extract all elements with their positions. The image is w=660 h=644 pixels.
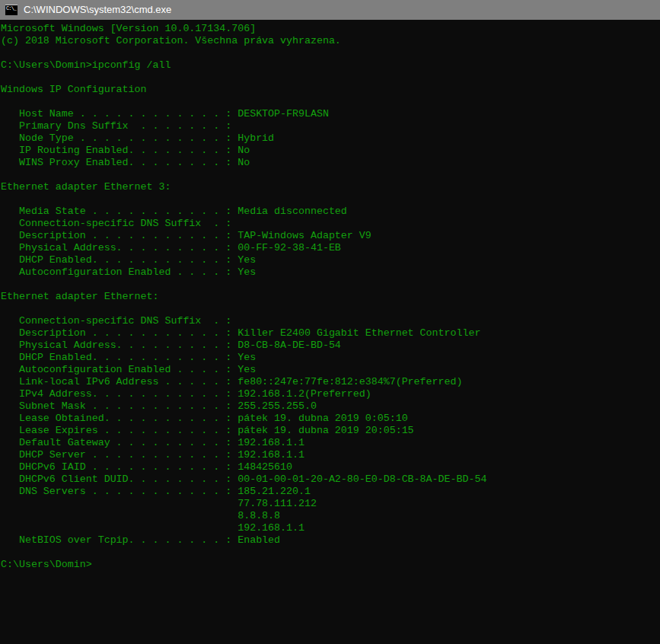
terminal-line: Media State . . . . . . . . . . . : Medi… (1, 206, 660, 218)
terminal-screen[interactable]: Microsoft Windows [Version 10.0.17134.70… (0, 20, 660, 644)
terminal-line: 8.8.8.8 (1, 510, 660, 522)
terminal-line (1, 303, 660, 315)
terminal-line: NetBIOS over Tcpip. . . . . . . . : Enab… (1, 534, 660, 547)
terminal-line: Description . . . . . . . . . . . : TAP-… (1, 230, 660, 242)
terminal-line: (c) 2018 Microsoft Corporation. Všechna … (1, 35, 660, 47)
cmd-icon[interactable]: C:\_ (5, 5, 18, 15)
terminal-line: Connection-specific DNS Suffix . : (1, 218, 660, 230)
terminal-line: Autoconfiguration Enabled . . . . : Yes (1, 364, 660, 376)
window-title: C:\WINDOWS\system32\cmd.exe (24, 0, 171, 20)
terminal-line (1, 547, 660, 559)
terminal-line: Lease Expires . . . . . . . . . . : páte… (1, 425, 660, 437)
terminal-line: DHCP Enabled. . . . . . . . . . . : Yes (1, 352, 660, 364)
terminal-line: Ethernet adapter Ethernet: (1, 291, 660, 303)
terminal-line: Primary Dns Suffix . . . . . . . : (1, 120, 660, 132)
terminal-line (1, 193, 660, 206)
titlebar[interactable]: C:\_ C:\WINDOWS\system32\cmd.exe (0, 0, 660, 20)
terminal-line: DNS Servers . . . . . . . . . . . : 185.… (1, 486, 660, 498)
terminal-line: Windows IP Configuration (1, 84, 660, 96)
terminal-line: Physical Address. . . . . . . . . : 00-F… (1, 242, 660, 254)
terminal-line: Subnet Mask . . . . . . . . . . . : 255.… (1, 400, 660, 413)
terminal-line: WINS Proxy Enabled. . . . . . . . : No (1, 157, 660, 169)
terminal-line: IPv4 Address. . . . . . . . . . . : 192.… (1, 388, 660, 400)
terminal-line: Node Type . . . . . . . . . . . . : Hybr… (1, 132, 660, 145)
terminal-line: Microsoft Windows [Version 10.0.17134.70… (1, 23, 660, 35)
terminal-line: Physical Address. . . . . . . . . : D8-C… (1, 340, 660, 352)
terminal-line: 77.78.111.212 (1, 498, 660, 510)
terminal-line: Link-local IPv6 Address . . . . . : fe80… (1, 376, 660, 388)
terminal-line: Connection-specific DNS Suffix . : (1, 315, 660, 327)
cmd-window: C:\_ C:\WINDOWS\system32\cmd.exe Microso… (0, 0, 660, 644)
terminal-line (1, 47, 660, 59)
terminal-line: DHCP Server . . . . . . . . . . . : 192.… (1, 449, 660, 461)
terminal-line: Host Name . . . . . . . . . . . . : DESK… (1, 108, 660, 120)
terminal-line: Description . . . . . . . . . . . : Kill… (1, 327, 660, 340)
terminal-line: C:\Users\Domin>ipconfig /all (1, 59, 660, 72)
terminal-line: DHCP Enabled. . . . . . . . . . . : Yes (1, 254, 660, 266)
terminal-line: 192.168.1.1 (1, 522, 660, 534)
terminal-line (1, 96, 660, 108)
terminal-line (1, 72, 660, 84)
terminal-line: DHCPv6 IAID . . . . . . . . . . . : 1484… (1, 461, 660, 473)
terminal-line: Autoconfiguration Enabled . . . . : Yes (1, 266, 660, 279)
terminal-line: Default Gateway . . . . . . . . . : 192.… (1, 437, 660, 449)
terminal-line: DHCPv6 Client DUID. . . . . . . . : 00-0… (1, 473, 660, 486)
terminal-line (1, 169, 660, 181)
terminal-line (1, 279, 660, 291)
terminal-line: C:\Users\Domin> (1, 559, 660, 571)
terminal-line: Ethernet adapter Ethernet 3: (1, 181, 660, 193)
terminal-line: Lease Obtained. . . . . . . . . . : páte… (1, 413, 660, 425)
terminal-line: IP Routing Enabled. . . . . . . . : No (1, 145, 660, 157)
